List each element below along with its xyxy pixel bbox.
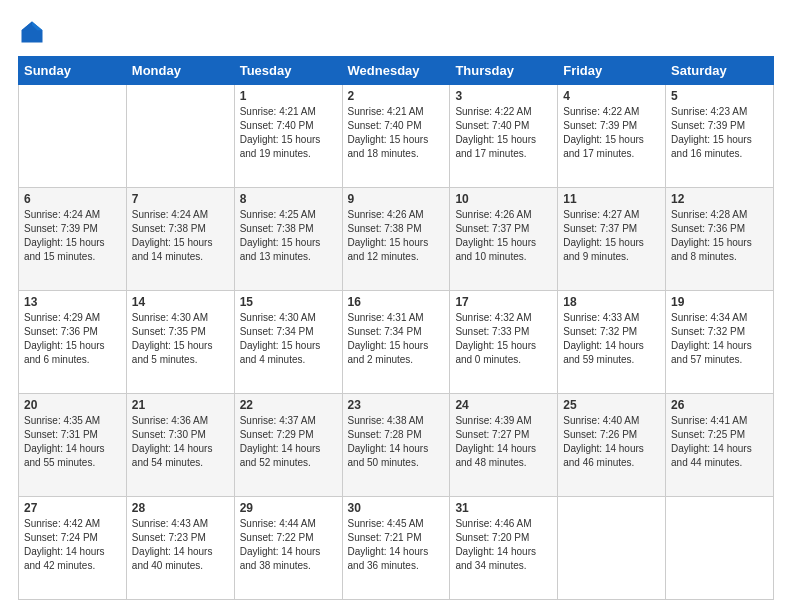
page: SundayMondayTuesdayWednesdayThursdayFrid… <box>0 0 792 612</box>
day-number: 6 <box>24 192 121 206</box>
day-number: 8 <box>240 192 337 206</box>
day-info: Sunrise: 4:26 AM Sunset: 7:38 PM Dayligh… <box>348 208 445 264</box>
day-info: Sunrise: 4:38 AM Sunset: 7:28 PM Dayligh… <box>348 414 445 470</box>
day-number: 18 <box>563 295 660 309</box>
day-info: Sunrise: 4:30 AM Sunset: 7:35 PM Dayligh… <box>132 311 229 367</box>
day-number: 20 <box>24 398 121 412</box>
day-info: Sunrise: 4:45 AM Sunset: 7:21 PM Dayligh… <box>348 517 445 573</box>
day-number: 31 <box>455 501 552 515</box>
day-info: Sunrise: 4:40 AM Sunset: 7:26 PM Dayligh… <box>563 414 660 470</box>
day-info: Sunrise: 4:30 AM Sunset: 7:34 PM Dayligh… <box>240 311 337 367</box>
weekday-header-friday: Friday <box>558 57 666 85</box>
calendar-cell <box>126 85 234 188</box>
day-info: Sunrise: 4:43 AM Sunset: 7:23 PM Dayligh… <box>132 517 229 573</box>
calendar-cell: 13Sunrise: 4:29 AM Sunset: 7:36 PM Dayli… <box>19 291 127 394</box>
day-info: Sunrise: 4:24 AM Sunset: 7:39 PM Dayligh… <box>24 208 121 264</box>
day-info: Sunrise: 4:22 AM Sunset: 7:40 PM Dayligh… <box>455 105 552 161</box>
day-number: 14 <box>132 295 229 309</box>
weekday-header-wednesday: Wednesday <box>342 57 450 85</box>
day-number: 15 <box>240 295 337 309</box>
calendar-cell: 11Sunrise: 4:27 AM Sunset: 7:37 PM Dayli… <box>558 188 666 291</box>
calendar-cell: 7Sunrise: 4:24 AM Sunset: 7:38 PM Daylig… <box>126 188 234 291</box>
calendar-cell: 25Sunrise: 4:40 AM Sunset: 7:26 PM Dayli… <box>558 394 666 497</box>
header <box>18 18 774 46</box>
day-number: 22 <box>240 398 337 412</box>
day-info: Sunrise: 4:36 AM Sunset: 7:30 PM Dayligh… <box>132 414 229 470</box>
calendar-cell <box>558 497 666 600</box>
calendar-week-1: 1Sunrise: 4:21 AM Sunset: 7:40 PM Daylig… <box>19 85 774 188</box>
day-info: Sunrise: 4:28 AM Sunset: 7:36 PM Dayligh… <box>671 208 768 264</box>
day-number: 1 <box>240 89 337 103</box>
day-number: 26 <box>671 398 768 412</box>
day-info: Sunrise: 4:34 AM Sunset: 7:32 PM Dayligh… <box>671 311 768 367</box>
calendar-cell: 18Sunrise: 4:33 AM Sunset: 7:32 PM Dayli… <box>558 291 666 394</box>
calendar-body: 1Sunrise: 4:21 AM Sunset: 7:40 PM Daylig… <box>19 85 774 600</box>
day-number: 25 <box>563 398 660 412</box>
calendar-cell: 28Sunrise: 4:43 AM Sunset: 7:23 PM Dayli… <box>126 497 234 600</box>
calendar-table: SundayMondayTuesdayWednesdayThursdayFrid… <box>18 56 774 600</box>
calendar-cell: 12Sunrise: 4:28 AM Sunset: 7:36 PM Dayli… <box>666 188 774 291</box>
calendar-cell <box>666 497 774 600</box>
day-info: Sunrise: 4:23 AM Sunset: 7:39 PM Dayligh… <box>671 105 768 161</box>
calendar-cell: 19Sunrise: 4:34 AM Sunset: 7:32 PM Dayli… <box>666 291 774 394</box>
weekday-header-tuesday: Tuesday <box>234 57 342 85</box>
day-number: 19 <box>671 295 768 309</box>
day-number: 23 <box>348 398 445 412</box>
weekday-header-thursday: Thursday <box>450 57 558 85</box>
calendar-cell: 24Sunrise: 4:39 AM Sunset: 7:27 PM Dayli… <box>450 394 558 497</box>
calendar-cell: 31Sunrise: 4:46 AM Sunset: 7:20 PM Dayli… <box>450 497 558 600</box>
calendar-cell: 4Sunrise: 4:22 AM Sunset: 7:39 PM Daylig… <box>558 85 666 188</box>
day-number: 21 <box>132 398 229 412</box>
calendar-week-4: 20Sunrise: 4:35 AM Sunset: 7:31 PM Dayli… <box>19 394 774 497</box>
calendar-week-3: 13Sunrise: 4:29 AM Sunset: 7:36 PM Dayli… <box>19 291 774 394</box>
calendar-cell: 10Sunrise: 4:26 AM Sunset: 7:37 PM Dayli… <box>450 188 558 291</box>
calendar-cell: 14Sunrise: 4:30 AM Sunset: 7:35 PM Dayli… <box>126 291 234 394</box>
day-info: Sunrise: 4:33 AM Sunset: 7:32 PM Dayligh… <box>563 311 660 367</box>
calendar-cell: 20Sunrise: 4:35 AM Sunset: 7:31 PM Dayli… <box>19 394 127 497</box>
day-info: Sunrise: 4:22 AM Sunset: 7:39 PM Dayligh… <box>563 105 660 161</box>
calendar-cell: 23Sunrise: 4:38 AM Sunset: 7:28 PM Dayli… <box>342 394 450 497</box>
calendar-cell: 3Sunrise: 4:22 AM Sunset: 7:40 PM Daylig… <box>450 85 558 188</box>
day-info: Sunrise: 4:32 AM Sunset: 7:33 PM Dayligh… <box>455 311 552 367</box>
weekday-header-monday: Monday <box>126 57 234 85</box>
day-number: 5 <box>671 89 768 103</box>
day-number: 7 <box>132 192 229 206</box>
day-number: 24 <box>455 398 552 412</box>
calendar-cell: 8Sunrise: 4:25 AM Sunset: 7:38 PM Daylig… <box>234 188 342 291</box>
day-info: Sunrise: 4:41 AM Sunset: 7:25 PM Dayligh… <box>671 414 768 470</box>
day-number: 16 <box>348 295 445 309</box>
day-info: Sunrise: 4:26 AM Sunset: 7:37 PM Dayligh… <box>455 208 552 264</box>
calendar-cell: 29Sunrise: 4:44 AM Sunset: 7:22 PM Dayli… <box>234 497 342 600</box>
day-info: Sunrise: 4:24 AM Sunset: 7:38 PM Dayligh… <box>132 208 229 264</box>
day-number: 17 <box>455 295 552 309</box>
calendar-cell: 15Sunrise: 4:30 AM Sunset: 7:34 PM Dayli… <box>234 291 342 394</box>
calendar-cell: 17Sunrise: 4:32 AM Sunset: 7:33 PM Dayli… <box>450 291 558 394</box>
calendar-cell: 27Sunrise: 4:42 AM Sunset: 7:24 PM Dayli… <box>19 497 127 600</box>
calendar-cell: 2Sunrise: 4:21 AM Sunset: 7:40 PM Daylig… <box>342 85 450 188</box>
calendar-cell: 9Sunrise: 4:26 AM Sunset: 7:38 PM Daylig… <box>342 188 450 291</box>
weekday-header-row: SundayMondayTuesdayWednesdayThursdayFrid… <box>19 57 774 85</box>
calendar-cell: 30Sunrise: 4:45 AM Sunset: 7:21 PM Dayli… <box>342 497 450 600</box>
calendar-cell: 1Sunrise: 4:21 AM Sunset: 7:40 PM Daylig… <box>234 85 342 188</box>
day-info: Sunrise: 4:44 AM Sunset: 7:22 PM Dayligh… <box>240 517 337 573</box>
day-info: Sunrise: 4:42 AM Sunset: 7:24 PM Dayligh… <box>24 517 121 573</box>
calendar-week-2: 6Sunrise: 4:24 AM Sunset: 7:39 PM Daylig… <box>19 188 774 291</box>
weekday-header-sunday: Sunday <box>19 57 127 85</box>
day-number: 3 <box>455 89 552 103</box>
day-info: Sunrise: 4:39 AM Sunset: 7:27 PM Dayligh… <box>455 414 552 470</box>
day-info: Sunrise: 4:29 AM Sunset: 7:36 PM Dayligh… <box>24 311 121 367</box>
day-info: Sunrise: 4:21 AM Sunset: 7:40 PM Dayligh… <box>240 105 337 161</box>
day-number: 12 <box>671 192 768 206</box>
calendar-cell <box>19 85 127 188</box>
calendar-week-5: 27Sunrise: 4:42 AM Sunset: 7:24 PM Dayli… <box>19 497 774 600</box>
day-number: 2 <box>348 89 445 103</box>
day-info: Sunrise: 4:35 AM Sunset: 7:31 PM Dayligh… <box>24 414 121 470</box>
day-number: 11 <box>563 192 660 206</box>
day-info: Sunrise: 4:37 AM Sunset: 7:29 PM Dayligh… <box>240 414 337 470</box>
calendar-cell: 16Sunrise: 4:31 AM Sunset: 7:34 PM Dayli… <box>342 291 450 394</box>
day-number: 10 <box>455 192 552 206</box>
weekday-header-saturday: Saturday <box>666 57 774 85</box>
day-number: 13 <box>24 295 121 309</box>
day-number: 9 <box>348 192 445 206</box>
day-info: Sunrise: 4:21 AM Sunset: 7:40 PM Dayligh… <box>348 105 445 161</box>
